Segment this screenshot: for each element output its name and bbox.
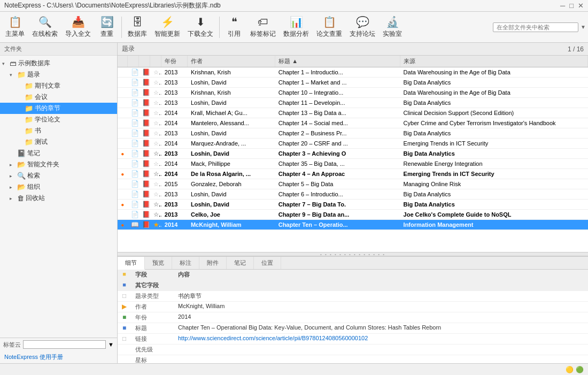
row-source: Data Warehousing in the Age of Big Data [400,88,588,98]
col-header-source[interactable]: 来源 [400,56,588,67]
toolbar-database[interactable]: 🗄 数据库 [125,14,150,40]
sidebar-item-tilu[interactable]: ▾ 📁 题录 [0,69,117,80]
table-row[interactable]: ● 📄 📕 ☆ 2014Marquez-Andrade, ...Chapter … [118,139,588,149]
row-year: 2013 [161,78,188,88]
toolbar-smart-update[interactable]: ⚡ 智能更新 [151,14,183,40]
toolbar-analysis[interactable]: 📊 数据分析 [280,14,312,40]
table-row[interactable]: ● 📄 📕 ☆ 2015Gonzalez, DeborahChapter 5 –… [118,179,588,189]
table-row[interactable]: ● 📄 📕 ☆ 2013Loshin, DavidChapter 7 – Big… [118,200,588,210]
col-header-title[interactable]: 标题 ▲ [275,56,400,67]
sidebar-item-test[interactable]: 📁 测试 [0,136,117,148]
tag-cloud-dropdown[interactable]: ▼ [108,341,114,348]
detail-field-author: 作者 [131,302,174,312]
toolbar-online-search[interactable]: 🔍 在线检索 [29,14,61,40]
detail-value-link[interactable]: http://www.sciencedirect.com/science/art… [174,334,588,345]
detail-tabs: 细节 预览 标注 附件 笔记 位置 [118,257,588,270]
table-row[interactable]: ● 📄 📕 ☆ 2014De la Rosa Algarin, ...Chapt… [118,169,588,179]
panel-divider[interactable]: • • • • • • • • • • • • • • [118,252,588,256]
table-row[interactable]: ● 📄 📕 ☆ 2014Mantelero, Alessand...Chapte… [118,118,588,128]
tab-attachment[interactable]: 附件 [199,257,227,269]
table-row[interactable]: ● 📄 📕 ☆ 2013Loshin, DavidChapter 2 – Bus… [118,128,588,139]
tab-annotation[interactable]: 标注 [172,257,199,269]
table-row[interactable]: ● 📄 📕 ☆ 2014Mack, PhillippeChapter 35 – … [118,159,588,169]
doc-icon: 📄 [131,170,139,178]
row-icon-doc: 📄 [128,139,139,149]
tab-preview[interactable]: 预览 [145,257,172,269]
search-dropdown-btn[interactable]: ▼ [581,24,586,30]
sidebar-item-trash[interactable]: ▸ 🗑 回收站 [0,193,117,204]
toolbar-forum[interactable]: 💬 支持论坛 [346,14,378,40]
toolbar-download[interactable]: ⬇ 下载全文 [184,14,216,40]
toolbar-import[interactable]: 📥 导入全文 [62,14,94,40]
minimize-button[interactable]: ─ [560,2,565,10]
tab-detail[interactable]: 细节 [118,257,145,270]
dot-indicator: ● [121,90,124,96]
sidebar-item-label-notes: 笔记 [27,149,40,158]
table-row[interactable]: ● 📖 📕 ★ 2014McKnight, WilliamChapter Ten… [118,220,588,230]
row-source: Big Data Analytics [400,149,588,159]
row-title: Chapter 6 – Introductio... [275,189,400,200]
row-author: Mantelero, Alessand... [188,118,275,128]
row-author: Loshin, David [188,189,275,200]
sidebar-item-book[interactable]: 📁 书 [0,125,117,136]
search-input[interactable] [493,22,578,32]
row-icon-doc: 📄 [128,108,139,118]
col-header-year[interactable]: 年份 [161,56,188,67]
maximize-button[interactable]: □ [569,2,574,10]
table-row[interactable]: ● 📄 📕 ☆ 2013Loshin, DavidChapter 11 – De… [118,98,588,108]
book-type-icon: 📕 [142,201,150,208]
sidebar-item-thesis[interactable]: 📁 学位论文 [0,114,117,125]
toggle-root: ▾ [2,61,10,66]
tag-cloud-input[interactable] [23,340,106,349]
row-title: Chapter 3 – Achieving O [275,149,400,159]
year-indicator-icon: ■ [122,313,126,321]
sidebar-item-root[interactable]: ▾ 🗃 示例数据库 [0,58,117,69]
sidebar-item-chapter[interactable]: 📁 书的章节 [0,103,117,114]
toolbar-tag[interactable]: 🏷 标签标记 [247,14,279,40]
paper-check-icon: 📋 [323,16,336,28]
sidebar-item-smart[interactable]: ▸ 📂 智能文件夹 [0,159,117,170]
col-header-author[interactable]: 作者 [188,56,275,67]
sidebar-item-label-journal: 期刊文章 [35,81,60,90]
toolbar-lab[interactable]: 🔬 实验室 [380,14,405,40]
dot-indicator: ● [121,171,124,177]
table-row[interactable]: ● 📄 📕 ☆ 2013Loshin, DavidChapter 1 – Mar… [118,78,588,88]
sidebar-manual-link[interactable]: NoteExpress 使用手册 [0,351,117,363]
table-row[interactable]: ● 📄 📕 ☆ 2013Loshin, DavidChapter 3 – Ach… [118,149,588,159]
toolbar: 📋 主菜单 🔍 在线检索 📥 导入全文 🔄 查重 🗄 数据库 ⚡ 智能更新 ⬇ … [0,12,588,43]
tab-notes[interactable]: 笔记 [227,257,254,269]
star-icon: ☆ [153,89,161,96]
table-row[interactable]: ● 📄 📕 ☆ 2013Loshin, DavidChapter 6 – Int… [118,189,588,200]
toolbar-paper-check[interactable]: 📋 论文查重 [313,14,345,40]
book-icon: 📁 [25,127,33,135]
close-button[interactable]: ✕ [578,2,584,10]
row-title: Chapter 9 – Big Data an... [275,210,400,220]
row-dot: ● [118,88,128,98]
sidebar-item-search[interactable]: ▸ 🔍 检索 [0,170,117,181]
detail-star-icon [118,355,131,364]
records-table[interactable]: 年份 作者 标题 ▲ 来源 ● 📄 📕 ☆ 2013Krishnan, Kris… [118,56,588,252]
row-title: Chapter 13 – Big Data a... [275,108,400,118]
window-controls[interactable]: ─ □ ✕ [560,2,584,10]
sidebar-item-label-chapter: 书的章节 [35,104,60,113]
detail-panel: 细节 预览 标注 附件 笔记 位置 ■ 字段 内容 ■ [118,256,588,363]
toolbar-main-menu[interactable]: 📋 主菜单 [2,14,28,40]
table-row[interactable]: ● 📄 📕 ☆ 2013Krishnan, KrishChapter 1 – I… [118,67,588,78]
sidebar-item-org[interactable]: ▸ 📂 组织 [0,181,117,193]
online-search-label: 在线检索 [32,29,58,39]
table-row[interactable]: ● 📄 📕 ☆ 2013Celko, JoeChapter 9 – Big Da… [118,210,588,220]
sidebar-item-conf[interactable]: 📁 会议 [0,91,117,103]
row-author: Loshin, David [188,128,275,139]
detail-col-field-header: 字段 [131,270,174,280]
toolbar-cite[interactable]: ❝ 引用 [222,14,246,40]
row-dot: ● [118,189,128,200]
sidebar-item-journal[interactable]: 📁 期刊文章 [0,80,117,91]
table-row[interactable]: ● 📄 📕 ☆ 2013Krishnan, KrishChapter 10 – … [118,88,588,98]
detail-row-priority: 优先级 [118,345,588,355]
book-type-icon: 📕 [142,129,150,137]
sidebar-item-notes[interactable]: 📓 笔记 [0,148,117,159]
toolbar-check-dup[interactable]: 🔄 查重 [95,14,119,40]
tab-location[interactable]: 位置 [254,257,281,269]
table-row[interactable]: ● 📄 📕 ☆ 2014Krall, Michael A; Gu...Chapt… [118,108,588,118]
row-title: Chapter 5 – Big Data [275,179,400,189]
